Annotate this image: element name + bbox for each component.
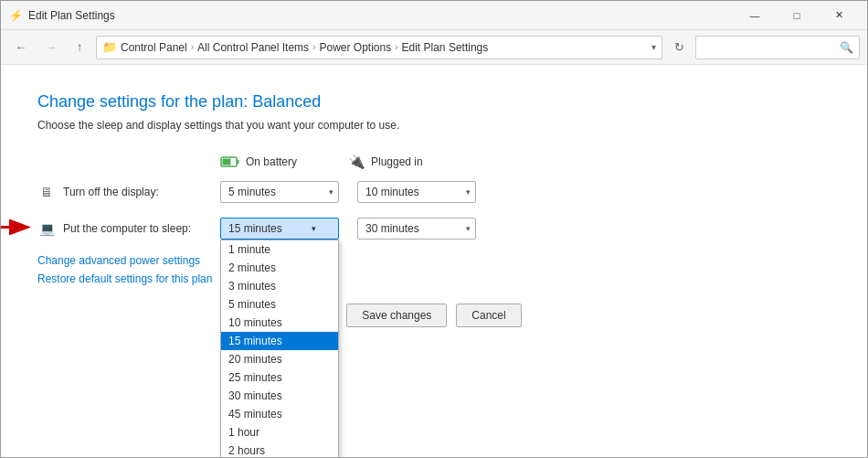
address-chevron-icon: ▾ bbox=[651, 42, 656, 52]
sleep-battery-selected: 15 minutes bbox=[228, 222, 282, 235]
restore-defaults-link[interactable]: Restore default settings for this plan bbox=[37, 272, 831, 285]
close-button[interactable]: ✕ bbox=[818, 1, 860, 30]
column-headers: On battery 🔌 Plugged in bbox=[37, 154, 831, 170]
breadcrumb-sep-3: › bbox=[395, 42, 397, 52]
battery-icon bbox=[220, 154, 240, 169]
dropdown-item-3min[interactable]: 3 minutes bbox=[221, 277, 338, 295]
dropdown-item-1hr[interactable]: 1 hour bbox=[221, 423, 338, 442]
maximize-button[interactable]: □ bbox=[776, 1, 818, 30]
dropdown-item-20min[interactable]: 20 minutes bbox=[221, 350, 338, 368]
on-battery-header: On battery bbox=[220, 154, 348, 169]
sleep-plugged-select[interactable]: 30 minutes 15 minutes 45 minutes bbox=[357, 218, 476, 240]
dropdown-arrow-icon: ▾ bbox=[312, 224, 316, 233]
plugged-in-label: Plugged in bbox=[371, 155, 423, 168]
sleep-battery-dropdown-trigger[interactable]: 15 minutes ▾ bbox=[220, 218, 339, 240]
up-button[interactable]: ↑ bbox=[67, 36, 92, 59]
minimize-button[interactable]: — bbox=[734, 1, 776, 30]
search-input[interactable] bbox=[702, 41, 840, 54]
breadcrumb-current: Edit Plan Settings bbox=[402, 41, 489, 54]
dropdown-item-10min[interactable]: 10 minutes bbox=[221, 314, 338, 332]
sleep-battery-dropdown-list: 1 minute 2 minutes 3 minutes 5 minutes 1… bbox=[220, 240, 339, 457]
monitor-icon: 🖥 bbox=[37, 183, 56, 201]
address-bar[interactable]: 📁 Control Panel › All Control Panel Item… bbox=[96, 36, 662, 59]
refresh-button[interactable]: ↻ bbox=[666, 36, 692, 59]
main-window: ⚡ Edit Plan Settings — □ ✕ ← → ↑ 📁 Contr… bbox=[0, 0, 868, 458]
back-button[interactable]: ← bbox=[8, 36, 34, 59]
dropdown-item-2hr[interactable]: 2 hours bbox=[221, 442, 338, 457]
search-icon: 🔍 bbox=[840, 41, 853, 54]
sleep-icon: 💻 bbox=[37, 219, 56, 238]
page-subtitle: Choose the sleep and display settings th… bbox=[37, 119, 831, 132]
page-title: Change settings for the plan: Balanced bbox=[37, 92, 831, 112]
dropdown-item-45min[interactable]: 45 minutes bbox=[221, 405, 338, 423]
breadcrumb-sep-1: › bbox=[191, 42, 194, 52]
breadcrumb-power-options[interactable]: Power Options bbox=[319, 41, 391, 54]
dropdown-item-15min[interactable]: 15 minutes bbox=[221, 332, 338, 350]
plugged-in-header: 🔌 Plugged in bbox=[348, 154, 476, 170]
nav-bar: ← → ↑ 📁 Control Panel › All Control Pane… bbox=[1, 30, 867, 65]
search-bar[interactable]: 🔍 bbox=[695, 36, 860, 59]
on-battery-label: On battery bbox=[246, 155, 297, 168]
put-to-sleep-label: 💻 Put the computer to sleep: bbox=[37, 219, 220, 238]
dropdown-item-5min[interactable]: 5 minutes bbox=[221, 295, 338, 314]
turn-off-display-label: 🖥 Turn off the display: bbox=[37, 183, 220, 201]
save-changes-button[interactable]: Save changes bbox=[346, 304, 447, 327]
sleep-plugged-select-wrap: 30 minutes 15 minutes 45 minutes ▾ bbox=[357, 218, 476, 240]
dropdown-item-30min[interactable]: 30 minutes bbox=[221, 387, 338, 405]
svg-rect-2 bbox=[223, 159, 231, 165]
dropdown-item-2min[interactable]: 2 minutes bbox=[221, 259, 338, 277]
footer-buttons: Save changes Cancel bbox=[37, 304, 831, 327]
folder-icon: 📁 bbox=[102, 40, 117, 54]
sleep-battery-dropdown[interactable]: 15 minutes ▾ 1 minute 2 minutes 3 minute… bbox=[220, 218, 339, 240]
dropdown-item-1min[interactable]: 1 minute bbox=[221, 240, 338, 259]
turn-off-display-plugged-select[interactable]: 10 minutes 15 minutes 30 minutes bbox=[357, 181, 476, 203]
arrow-indicator bbox=[1, 218, 33, 240]
turn-off-display-plugged-select-wrap: 10 minutes 15 minutes 30 minutes ▾ bbox=[357, 181, 476, 203]
links-section: Change advanced power settings Restore d… bbox=[37, 254, 831, 285]
plug-icon: 🔌 bbox=[348, 154, 365, 170]
window-icon: ⚡ bbox=[8, 8, 23, 23]
put-to-sleep-row: 💻 Put the computer to sleep: 15 minutes … bbox=[37, 218, 831, 240]
change-advanced-link[interactable]: Change advanced power settings bbox=[37, 254, 831, 267]
title-controls: — □ ✕ bbox=[734, 1, 860, 30]
breadcrumb-sep-2: › bbox=[312, 42, 315, 52]
turn-off-display-row: 🖥 Turn off the display: 5 minutes 10 min… bbox=[37, 181, 831, 203]
forward-button[interactable]: → bbox=[37, 36, 63, 59]
window-title: Edit Plan Settings bbox=[28, 9, 734, 22]
dropdown-item-25min[interactable]: 25 minutes bbox=[221, 368, 338, 387]
breadcrumb-control-panel[interactable]: Control Panel bbox=[121, 41, 187, 54]
turn-off-display-battery-select-wrap: 5 minutes 10 minutes 15 minutes ▾ bbox=[220, 181, 339, 203]
cancel-button[interactable]: Cancel bbox=[456, 304, 521, 327]
title-bar: ⚡ Edit Plan Settings — □ ✕ bbox=[1, 1, 867, 30]
content-area: Change settings for the plan: Balanced C… bbox=[1, 65, 867, 457]
breadcrumb-all-items[interactable]: All Control Panel Items bbox=[197, 41, 309, 54]
turn-off-display-battery-select[interactable]: 5 minutes 10 minutes 15 minutes bbox=[220, 181, 339, 203]
svg-rect-1 bbox=[238, 160, 239, 165]
